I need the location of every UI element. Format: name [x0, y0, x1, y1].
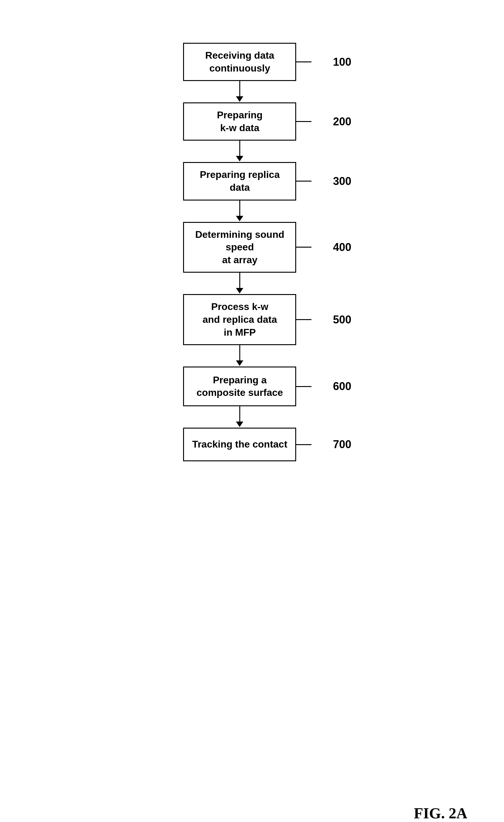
- step-row-400: Determining sound speed at array 400: [183, 222, 351, 273]
- label-dash-300: [296, 181, 312, 181]
- label-dash-400: [296, 247, 312, 248]
- label-dash-700: [296, 444, 312, 445]
- box-text-600: Preparing a composite surface: [196, 374, 283, 399]
- label-dash-500: [296, 319, 312, 320]
- step-label-300: 300: [333, 175, 351, 188]
- step-row-500: Process k-w and replica data in MFP 500: [183, 294, 351, 345]
- flowchart: Receiving data continuously 100 Preparin…: [183, 43, 351, 461]
- arrow-down-0-1: [236, 81, 243, 102]
- arrow-head-5-6: [236, 422, 243, 427]
- label-line-700: 700: [296, 438, 351, 451]
- label-line-200: 200: [296, 115, 351, 128]
- step-row-300: Preparing replica data 300: [183, 162, 351, 200]
- connector-3-4: [183, 273, 296, 294]
- box-text-400: Determining sound speed at array: [195, 228, 285, 267]
- step-label-200: 200: [333, 115, 351, 128]
- label-dash-600: [296, 386, 312, 387]
- box-200: Preparing k-w data: [183, 102, 296, 141]
- box-400: Determining sound speed at array: [183, 222, 296, 273]
- arrow-head-4-5: [236, 360, 243, 366]
- label-line-300: 300: [296, 175, 351, 188]
- box-600: Preparing a composite surface: [183, 367, 296, 406]
- arrow-head-1-2: [236, 156, 243, 161]
- box-text-300: Preparing replica data: [190, 168, 289, 194]
- box-text-100: Receiving data continuously: [205, 49, 275, 75]
- connector-1-2: [183, 141, 296, 162]
- arrow-head-3-4: [236, 288, 243, 294]
- box-text-700: Tracking the contact: [192, 438, 287, 451]
- box-text-200: Preparing k-w data: [217, 109, 263, 134]
- arrow-line-3-4: [239, 273, 240, 288]
- step-label-500: 500: [333, 313, 351, 326]
- connector-0-1: [183, 81, 296, 102]
- arrow-line-0-1: [239, 81, 240, 96]
- arrow-line-2-3: [239, 200, 240, 216]
- arrow-down-1-2: [236, 141, 243, 162]
- arrow-down-5-6: [236, 406, 243, 428]
- figure-label: FIG. 2A: [414, 804, 467, 822]
- page-container: Receiving data continuously 100 Preparin…: [0, 18, 504, 822]
- box-300: Preparing replica data: [183, 162, 296, 200]
- label-line-400: 400: [296, 241, 351, 254]
- arrow-line-5-6: [239, 406, 240, 422]
- arrow-head-0-1: [236, 96, 243, 102]
- box-text-500: Process k-w and replica data in MFP: [203, 301, 277, 339]
- step-label-400: 400: [333, 241, 351, 254]
- connector-2-3: [183, 200, 296, 222]
- label-line-100: 100: [296, 56, 351, 68]
- box-500: Process k-w and replica data in MFP: [183, 294, 296, 345]
- step-row-600: Preparing a composite surface 600: [183, 367, 351, 406]
- label-dash-100: [296, 61, 312, 62]
- arrow-down-3-4: [236, 273, 243, 294]
- label-line-600: 600: [296, 380, 351, 393]
- connector-5-6: [183, 406, 296, 428]
- arrow-down-4-5: [236, 345, 243, 367]
- arrow-down-2-3: [236, 200, 243, 222]
- step-label-600: 600: [333, 380, 351, 393]
- arrow-line-1-2: [239, 141, 240, 156]
- step-row-100: Receiving data continuously 100: [183, 43, 351, 81]
- connector-4-5: [183, 345, 296, 367]
- step-row-700: Tracking the contact 700: [183, 428, 351, 461]
- step-label-700: 700: [333, 438, 351, 451]
- step-label-100: 100: [333, 56, 351, 68]
- arrow-head-2-3: [236, 216, 243, 221]
- label-dash-200: [296, 121, 312, 122]
- box-700: Tracking the contact: [183, 428, 296, 461]
- step-row-200: Preparing k-w data 200: [183, 102, 351, 141]
- arrow-line-4-5: [239, 345, 240, 360]
- box-100: Receiving data continuously: [183, 43, 296, 81]
- label-line-500: 500: [296, 313, 351, 326]
